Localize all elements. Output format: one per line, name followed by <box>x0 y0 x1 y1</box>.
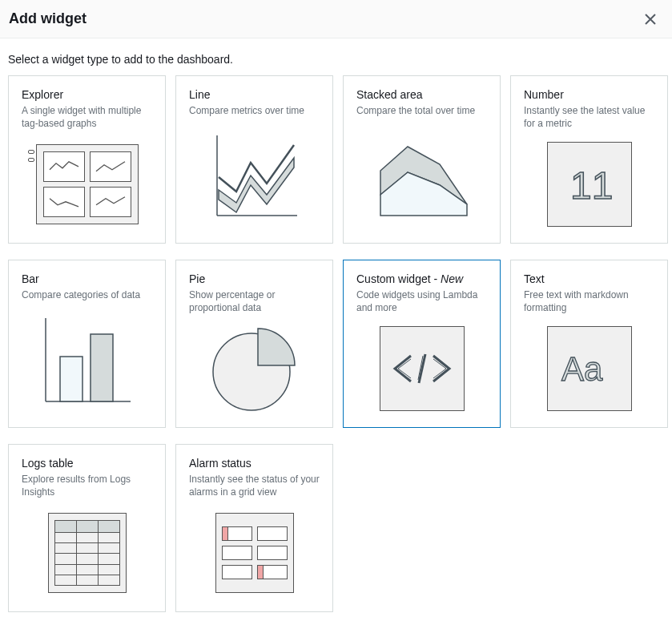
card-title: Bar <box>22 272 152 286</box>
number-icon: 11 <box>524 137 654 232</box>
card-title: Line <box>189 87 320 102</box>
card-title: Alarm status <box>189 456 320 470</box>
card-title: Logs table <box>22 456 152 470</box>
card-desc: Compare metrics over time <box>189 104 320 117</box>
widget-card-bar[interactable]: Bar Compare categories of data <box>8 260 166 428</box>
dialog-subtitle: Select a widget type to add to the dashb… <box>8 53 664 66</box>
dialog-header: Add widget <box>0 0 672 38</box>
widget-card-number[interactable]: Number Instantly see the latest value fo… <box>510 75 668 244</box>
widget-card-line[interactable]: Line Compare metrics over time <box>175 75 333 244</box>
bar-chart-icon <box>22 308 152 416</box>
card-title: Custom widget - New <box>356 272 487 286</box>
widget-card-explorer[interactable]: Explorer A single widget with multiple t… <box>8 75 166 244</box>
card-desc: Code widgets using Lambda and more <box>356 288 487 314</box>
logs-table-icon <box>22 506 152 600</box>
svg-rect-9 <box>91 334 113 401</box>
stacked-area-icon <box>356 123 487 232</box>
svg-text:Aa: Aa <box>561 350 603 388</box>
widget-grid: Explorer A single widget with multiple t… <box>8 75 664 612</box>
card-title: Stacked area <box>356 87 487 102</box>
card-title: Number <box>524 87 654 102</box>
text-icon: Aa <box>524 321 654 416</box>
code-icon <box>356 321 487 416</box>
close-icon <box>645 14 656 25</box>
card-desc: Instantly see the latest value for a met… <box>524 104 654 130</box>
widget-card-stacked-area[interactable]: Stacked area Compare the total over time <box>343 75 501 244</box>
alarm-status-icon <box>189 506 320 600</box>
close-button[interactable] <box>642 11 658 27</box>
card-desc: Free text with markdown formatting <box>524 288 654 314</box>
card-title: Explorer <box>22 87 152 102</box>
widget-card-custom[interactable]: Custom widget - New Code widgets using L… <box>343 260 501 428</box>
svg-rect-8 <box>60 357 82 401</box>
dialog-body: Select a widget type to add to the dashb… <box>0 38 672 617</box>
svg-text:11: 11 <box>570 164 612 205</box>
card-desc: Explore results from Logs Insights <box>22 473 152 498</box>
card-desc: A single widget with multiple tag-based … <box>22 104 152 130</box>
card-desc: Compare the total over time <box>356 104 487 117</box>
card-title-new: New <box>441 272 463 285</box>
line-chart-icon <box>189 123 320 232</box>
card-desc: Compare categories of data <box>22 288 152 301</box>
card-title-prefix: Custom widget - <box>356 272 441 285</box>
widget-card-logs-table[interactable]: Logs table Explore results from Logs Ins… <box>8 444 166 612</box>
widget-card-pie[interactable]: Pie Show percentage or proportional data <box>175 260 333 428</box>
pie-chart-icon <box>189 321 320 416</box>
card-title: Text <box>524 272 654 286</box>
add-widget-dialog: Add widget Select a widget type to add t… <box>0 0 672 617</box>
dialog-title: Add widget <box>9 10 87 27</box>
card-desc: Instantly see the status of your alarms … <box>189 473 320 498</box>
explorer-icon <box>22 137 152 232</box>
card-title: Pie <box>189 272 320 286</box>
card-desc: Show percentage or proportional data <box>189 288 320 314</box>
widget-card-alarm-status[interactable]: Alarm status Instantly see the status of… <box>175 444 333 612</box>
widget-card-text[interactable]: Text Free text with markdown formatting … <box>510 260 668 428</box>
